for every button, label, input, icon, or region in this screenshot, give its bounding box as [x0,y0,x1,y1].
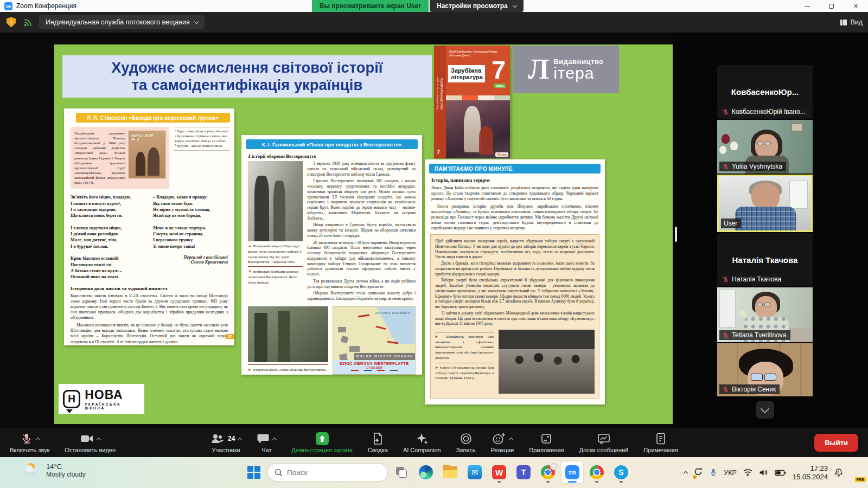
tray-overflow-chevron-icon[interactable] [684,471,688,476]
poem-column-left: Зв'яжіть його міцно, владарю, І киньте в… [71,194,145,280]
weather-widget[interactable]: 14°C Mostly cloudy [23,462,86,478]
minimize-button[interactable] [795,0,819,12]
language-indicator[interactable]: УКР [724,469,737,477]
chrome-icon [590,465,604,479]
wifi-icon[interactable] [743,468,753,477]
taskbar-app-mail[interactable]: ✉ [464,461,486,483]
reactions-icon [492,432,506,445]
participant-tile-active-speaker[interactable]: User [717,175,813,232]
chevron-up-icon[interactable] [272,437,277,441]
sync-tray-icon[interactable] [693,467,703,479]
cover-authors: Юрій Ковбасенко, Олександр Гервас, Світл… [449,50,498,58]
record-button[interactable]: Запись [449,428,483,457]
participants-button[interactable]: 24 Участники [203,428,249,457]
panel-resize-handle[interactable] [675,227,677,242]
paragraph: 11 квітня в усьому світі відзначають Між… [435,311,595,326]
section-heading: Історія, написана серцем [431,178,598,183]
page1-header-band: Р. Л. Стівенсон «Балада про вересковий т… [76,113,230,123]
zoom-toolbar: Включить звук Остановить видео 24 Участн… [0,428,868,457]
view-layout-button[interactable]: Вид [840,18,863,26]
skype-icon: S [614,465,628,479]
presentation-slide: Художнє осмислення світової історії та с… [54,44,673,424]
volume-icon[interactable] [759,468,769,477]
copilot-icon[interactable]: PRE [850,466,864,480]
participant-tile[interactable]: Вікторія Сеник [717,343,813,396]
taskbar-app-edge[interactable] [415,461,437,483]
search-input[interactable] [287,468,374,477]
cover-painting [446,100,510,158]
scroll-participants-down-button[interactable] [756,401,774,419]
taskbar-search[interactable] [267,463,388,481]
stream-service-dropdown[interactable]: Индивидуальная служба потокового вещания [39,15,205,29]
security-shield-icon[interactable]: ! [7,17,16,28]
ai-companion-button[interactable]: AI Companion [395,428,449,457]
publisher-name: ітера [553,66,603,81]
share-screen-button[interactable]: Демонстрация экрана [284,428,360,457]
leave-meeting-button[interactable]: Выйти [814,434,858,452]
muted-mic-icon [722,332,729,339]
chevron-up-icon[interactable] [238,437,242,441]
section-heading: Історична доля пиктів та художній вимисе… [71,286,228,291]
microphone-tray-icon[interactable] [709,468,718,477]
chevron-up-icon[interactable] [35,437,40,441]
taskbar-app-chrome-2[interactable] [586,461,608,483]
notes-icon [654,432,667,445]
paragraph: Оборона Вестерплятте стала символом захи… [307,291,416,301]
chevron-up-icon[interactable] [97,437,101,441]
paragraph: Масового винищення пиктів, як це описано… [71,323,228,345]
publisher-logo: Л Видавництво ітера [513,46,619,93]
participant-tile[interactable]: Наталія Ткачова Наталія Ткачова [717,233,813,286]
chat-button[interactable]: Чат [249,428,284,457]
participant-tile[interactable]: Yuliia Vyshnytska [717,120,813,174]
participant-tile[interactable]: КовбасенкоЮр... КовбасенкоЮрій Івано... [717,65,813,119]
participant-label: Наталія Ткачова [719,274,785,284]
info-text: Український художник-мультиплікатор Віто… [74,131,125,185]
start-button[interactable] [243,461,265,483]
triangle-right-icon: ► [248,368,252,372]
reactions-button[interactable]: Реакции [483,428,522,457]
whiteboards-button[interactable]: Доски сообщений [572,428,636,457]
notifications-bell-icon[interactable]: z [834,468,844,478]
history-info-box: Щоб здійснити масове знищення євреїв, на… [430,234,599,399]
apps-button[interactable]: Приложения [521,428,571,457]
participants-count: 24 [228,435,235,442]
unmute-button[interactable]: Включить звук [2,428,57,457]
chevron-up-icon[interactable] [509,437,513,441]
summary-button[interactable]: Сводка [360,428,395,457]
paragraph: Книга розкриває історію дружби між Шмуле… [431,204,598,231]
wps-office-icon: W [492,465,506,479]
slide-title-line2: та самоідентифікація українців [132,76,363,94]
taskbar-app-chrome[interactable] [537,461,559,483]
paragraph: 1 вересня 1939 року німецька піхота за п… [307,161,416,177]
taskbar-app-zoom-active[interactable]: zm [561,461,583,483]
taskbar-app-explorer[interactable] [439,461,461,483]
stop-video-button[interactable]: Остановить видео [57,428,123,457]
task-view-button[interactable] [391,461,412,483]
textbook-page-westerplatte: К. І. Ґалчинський «Пісня про солдатів з … [241,135,422,375]
page2-header-band: К. І. Ґалчинський «Пісня про солдатів з … [246,139,418,149]
textbook-page-stevenson: Р. Л. Стівенсон «Балада про вересковий т… [64,108,234,345]
view-settings-button[interactable]: Настройки просмотра [430,0,524,12]
close-button[interactable]: ✕ [844,0,868,12]
taskbar-app-skype[interactable]: S [610,461,632,483]
shared-screen-area: Художнє осмислення світової історії та с… [0,33,673,428]
taskbar-app-teams[interactable]: T [513,461,534,483]
footnote: ¹ Нурт – вир, місце в річці або морі з б… [174,127,230,151]
search-icon [275,468,283,477]
system-tray: УКР 17:23 15.05.2024 z PRE [684,457,864,488]
map-legend-panel: SZKIC OBRONY WESTERPLATTE 1-7.09.1939 [333,360,415,374]
battery-icon[interactable] [775,469,787,477]
notes-button[interactable]: Примечания [636,428,686,457]
maximize-button[interactable] [819,0,844,12]
participant-tile[interactable]: Tetiana Tveritinova [717,287,813,342]
map-westerplatte: ZATOKA GDAŃSKA WOLNE MIASTO GDAŃSK SZKIC… [333,306,416,375]
chat-icon [257,432,270,445]
page3-header-band: ПАМ'ЯТАЄМО ПРО МИНУЛЕ [429,164,601,174]
photo-westerplatte-ruins [248,306,328,362]
weather-temp: 14°C [46,463,86,471]
slide-title-line1: Художнє осмислення світової історії [111,59,382,76]
taskbar-app-wps[interactable]: W [488,461,510,483]
clock[interactable]: 17:23 15.05.2024 [793,464,828,481]
muted-mic-icon [722,276,729,283]
paragraph: 20 захисників загинули і 50 було поранен… [307,240,416,277]
